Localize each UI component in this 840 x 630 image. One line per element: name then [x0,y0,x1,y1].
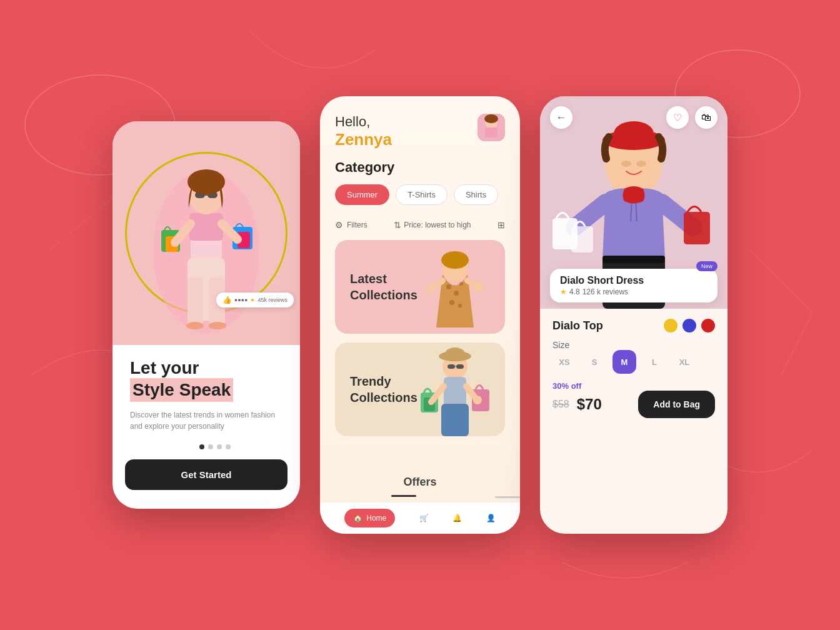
latest-collections-card[interactable]: LatestCollections [335,240,505,334]
back-button[interactable]: ← [550,106,572,129]
price-action-row: $58 $70 Add to Bag [552,391,715,418]
sort-label[interactable]: Price: lowest to high [404,221,471,229]
svg-rect-59 [571,226,593,252]
filter-icon: ⚙ [335,220,343,230]
discount-label: 30% off [552,381,715,391]
avatar[interactable] [478,114,505,141]
trendy-collections-label: TrendyCollections [350,373,418,406]
size-m[interactable]: M [612,350,636,374]
wishlist-button[interactable]: ♡ [666,106,689,129]
screen1-subtitle: Discover the latest trends in women fash… [130,409,282,432]
rating-value: 4.8 [569,288,580,296]
sort-section: ⇅ Price: lowest to high [394,220,471,230]
screen-product: ← ♡ 🛍 New Dialo Short Dress ★ 4.8 126 k … [540,96,728,534]
nav-user[interactable]: 👤 [486,514,496,522]
tab-indicator-inactive [495,496,520,498]
product-section-title: Dialo Top [552,319,603,332]
category-label: Category [335,159,505,176]
svg-rect-62 [602,256,665,263]
reviews-count: 126 k reviews [582,288,628,296]
nav-cart[interactable]: 🛒 [419,514,429,522]
tab-summer[interactable]: Summer [335,184,389,205]
sale-price: $70 [577,396,602,413]
size-xs[interactable]: XS [552,350,576,374]
home-header: Hello, Zennya [320,96,520,159]
svg-point-24 [484,114,498,123]
svg-rect-40 [456,364,464,369]
svg-point-55 [636,161,646,167]
svg-rect-43 [441,404,469,436]
tab-tshirts[interactable]: T-Shirts [396,184,448,205]
nav-bell[interactable]: 🔔 [452,514,462,522]
category-tabs: Summer T-Shirts Shirts [335,184,505,205]
size-l[interactable]: L [642,350,666,374]
grid-icon[interactable]: ⊞ [498,220,505,230]
svg-rect-42 [444,377,466,408]
nav-home[interactable]: 🏠 Home [344,509,395,528]
original-price: $58 [552,399,569,410]
latest-collections-label: LatestCollections [350,271,418,303]
category-section: Category Summer T-Shirts Shirts [320,159,520,215]
svg-point-49 [473,396,482,404]
tagline-line1: Let your [130,358,282,379]
svg-point-31 [449,300,454,305]
get-started-button[interactable]: Get Started [125,459,288,490]
tagline-line2: Style Speak [130,378,282,402]
add-to-bag-button[interactable]: Add to Bag [638,391,715,418]
size-s[interactable]: S [582,350,606,374]
swatch-red[interactable] [701,319,715,332]
svg-rect-23 [485,128,498,138]
swatch-yellow[interactable] [664,319,678,332]
screen1-content: Let your Style Speak Discover the latest… [112,345,300,432]
svg-point-54 [621,161,631,167]
product-hero: ← ♡ 🛍 New Dialo Short Dress ★ 4.8 126 k … [540,96,728,309]
pricing-section: 30% off $58 $70 Add to Bag [552,381,715,418]
svg-point-53 [614,121,654,146]
svg-point-28 [446,284,451,289]
price-row: $58 $70 [552,396,602,413]
svg-rect-60 [684,212,710,244]
hero-section: 👍 ●●●● ★ 45k reviews [112,121,300,345]
svg-point-27 [441,251,469,269]
user-icon: 👤 [486,514,496,522]
product-name-card: Dialo Short Dress ★ 4.8 126 k reviews [550,269,718,302]
greeting-hello: Hello, [335,114,392,130]
home-label: Home [366,514,386,522]
product-name: Dialo Short Dress [560,275,708,286]
dot-4 [226,444,231,449]
home-icon: 🏠 [353,514,362,522]
bottom-navigation: 🏠 Home 🛒 🔔 👤 [320,502,520,534]
product-actions: ♡ 🛍 [666,106,718,129]
model-illustration [150,127,262,339]
filter-label[interactable]: Filters [347,221,368,229]
social-badge: 👍 ●●●● ★ 45k reviews [216,292,294,308]
size-label: Size [552,340,715,350]
filter-bar: ⚙ Filters ⇅ Price: lowest to high ⊞ [320,215,520,235]
dot-2 [208,444,213,449]
back-icon: ← [556,112,566,123]
offers-section: Offers [320,468,520,502]
swatch-purple[interactable] [682,319,696,332]
product-rating: ★ 4.8 126 k reviews [560,288,708,296]
size-xl[interactable]: XL [672,350,696,374]
svg-point-32 [458,304,462,308]
dot-3 [217,444,222,449]
shopping-bag-button[interactable]: 🛍 [695,106,718,129]
size-options: XS S M L XL [552,350,715,374]
svg-point-19 [186,322,204,329]
collection-cards: LatestCollections [320,235,520,468]
trendy-collections-card[interactable]: TrendyCollections [335,342,505,436]
new-badge: New [696,261,718,271]
star-icon: ★ [560,288,567,296]
bell-icon: 🔔 [452,514,462,522]
like-icon: 👍 [222,296,232,304]
dot-1 [199,444,204,449]
filter-left: ⚙ Filters [335,220,368,230]
svg-point-35 [474,282,484,292]
product-details: Dialo Top Size XS S M L XL 30% off $58 [540,309,728,534]
offers-label: Offers [320,471,520,494]
screen-onboarding: 👍 ●●●● ★ 45k reviews Let your Style Spea… [112,121,300,509]
star-icon: ★ [250,297,255,303]
tab-shirts[interactable]: Shirts [454,184,498,205]
color-swatches [664,319,715,332]
